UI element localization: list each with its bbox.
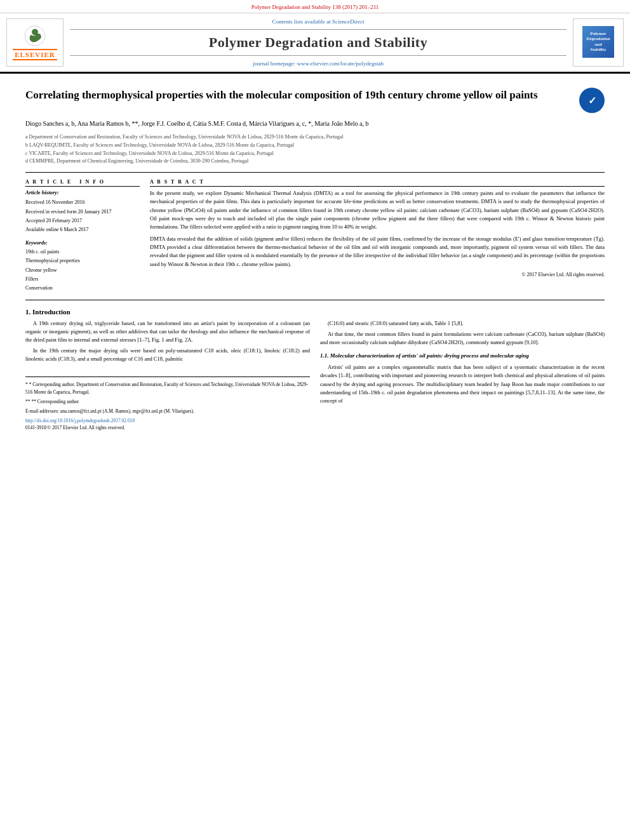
keyword-2: Thermophysical properties xyxy=(25,257,140,265)
authors-line: Diogo Sanches a, b, Ana Maria Ramos b, *… xyxy=(25,118,605,130)
doi-link[interactable]: http://dx.doi.org/10.1016/j.polymdegrads… xyxy=(25,418,310,423)
article-dates: Received 16 November 2016 Received in re… xyxy=(25,198,140,235)
keyword-1: 19th c. oil paints xyxy=(25,248,140,257)
citation-text: Polymer Degradation and Stability 138 (2… xyxy=(251,4,379,10)
article-info-header: A R T I C L E I N F O xyxy=(25,179,140,187)
intro-col2-para2: At that time, the most common fillers fo… xyxy=(320,330,605,347)
copyright-line: © 2017 Elsevier Ltd. All rights reserved… xyxy=(150,272,605,277)
intro-col2-para3: Artists' oil paints are a complex organo… xyxy=(320,363,605,405)
journal-center: Contents lists available at ScienceDirec… xyxy=(70,18,566,67)
header-divider2 xyxy=(70,55,566,56)
section-divider-2 xyxy=(25,300,605,300)
body-col-right: (C16:0) and stearic (C18:0) saturated fa… xyxy=(320,319,605,430)
intro-para-1: A 19th century drying oil, triglyceride … xyxy=(25,319,310,345)
article-info-abstract: A R T I C L E I N F O Article history: R… xyxy=(25,179,605,293)
issn-text: 0141-3910/© 2017 Elsevier Ltd. All right… xyxy=(25,425,310,430)
paper-title-section: Correlating thermophysical properties wi… xyxy=(25,88,605,113)
abstract-para-1: In the present study, we explore Dynamic… xyxy=(150,189,605,231)
sciencedirect-link: Contents lists available at ScienceDirec… xyxy=(272,18,365,25)
affiliations: a Department of Conservation and Restora… xyxy=(25,133,605,166)
affiliation-a: a Department of Conservation and Restora… xyxy=(25,133,605,142)
article-info-col: A R T I C L E I N F O Article history: R… xyxy=(25,179,140,293)
keyword-3: Chrome yellow xyxy=(25,266,140,275)
journal-title: Polymer Degradation and Stability xyxy=(209,34,427,51)
crossmark-icon: ✓ xyxy=(579,88,605,113)
elsevier-wordmark: ELSEVIER xyxy=(13,49,57,60)
footnote-section: * * Corresponding author. Department of … xyxy=(25,377,310,430)
footnote-star2: ** ** Corresponding author xyxy=(25,398,310,406)
affiliation-b: b LAQV-REQUIMTE, Faculty of Sciences and… xyxy=(25,142,605,150)
paper-title: Correlating thermophysical properties wi… xyxy=(25,88,573,103)
citation-bar: Polymer Degradation and Stability 138 (2… xyxy=(0,0,630,13)
keywords-label: Keywords: xyxy=(25,240,140,246)
section-title: 1. Introduction xyxy=(25,308,605,316)
footnote-star1: * * Corresponding author. Department of … xyxy=(25,381,310,396)
abstract-para-2: DMTA data revealed that the addition of … xyxy=(150,235,605,269)
available-date: Available online 6 March 2017 xyxy=(25,225,140,234)
intro-para-2: In the 19th century the major drying oil… xyxy=(25,347,310,363)
affiliation-c: c VICARTE, Faculty of Sciences and Techn… xyxy=(25,150,605,158)
header-divider xyxy=(70,29,566,30)
abstract-text: In the present study, we explore Dynamic… xyxy=(150,189,605,269)
body-columns: A 19th century drying oil, triglyceride … xyxy=(25,319,605,430)
elsevier-emblem-icon xyxy=(19,25,51,47)
intro-col1-text: A 19th century drying oil, triglyceride … xyxy=(25,319,310,364)
keyword-4: Fillers xyxy=(25,275,140,284)
authors-text: Diogo Sanches a, b, Ana Maria Ramos b, *… xyxy=(25,120,368,127)
journal-logo-image: Polymer Degradation and Stability xyxy=(582,26,614,58)
journal-logo-right: Polymer Degradation and Stability xyxy=(573,18,624,67)
elsevier-logo: ELSEVIER xyxy=(6,18,64,67)
footnote-email: E-mail addresses: ana.ramos@fct.unl.pt (… xyxy=(25,408,310,415)
subsection-title: 1.1. Molecular characterization of artis… xyxy=(320,352,605,361)
received-date: Received 16 November 2016 xyxy=(25,198,140,207)
section-divider-1 xyxy=(25,172,605,173)
paper-content: Correlating thermophysical properties wi… xyxy=(0,74,630,437)
journal-header: ELSEVIER Contents lists available at Sci… xyxy=(0,13,630,74)
intro-col2-para1: (C16:0) and stearic (C18:0) saturated fa… xyxy=(320,319,605,328)
intro-section: 1. Introduction A 19th century drying oi… xyxy=(25,308,605,430)
abstract-col: A B S T R A C T In the present study, we… xyxy=(150,179,605,293)
affiliation-d: d CEMMPRE, Department of Chemical Engine… xyxy=(25,157,605,166)
body-col-left: A 19th century drying oil, triglyceride … xyxy=(25,319,310,430)
intro-col2-text: (C16:0) and stearic (C18:0) saturated fa… xyxy=(320,319,605,405)
abstract-header: A B S T R A C T xyxy=(150,179,605,187)
revised-date: Received in revised form 20 January 2017 xyxy=(25,208,140,217)
accepted-date: Accepted 20 February 2017 xyxy=(25,217,140,225)
article-history-label: Article history: xyxy=(25,189,140,196)
keyword-5: Conservation xyxy=(25,284,140,293)
journal-homepage: journal homepage: www.elsevier.com/locat… xyxy=(253,60,384,67)
